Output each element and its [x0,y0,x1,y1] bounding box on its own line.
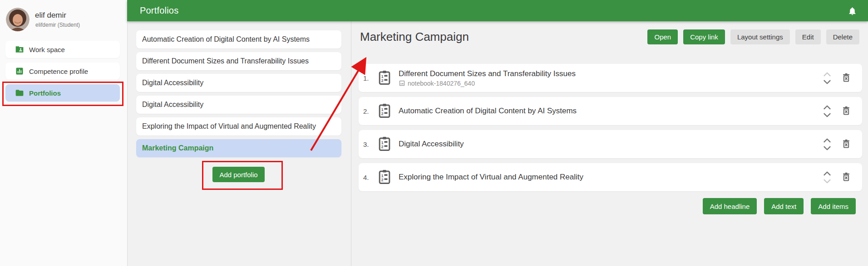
move-down-icon[interactable] [823,80,831,85]
top-bar: Portfolios [127,0,868,21]
user-role: elifdemir (Student) [35,22,80,28]
portfolio-detail: Marketing Campaign Open Copy link Layout… [351,21,868,266]
move-up-icon[interactable] [823,171,831,176]
app-window: elif demir elifdemir (Student) Work spac… [0,0,868,266]
portfolio-list-item[interactable]: Automatic Creation of Digital Content by… [136,30,341,48]
item-controls [823,72,862,85]
image-icon [399,80,405,87]
add-portfolio-button[interactable]: Add portfolio [212,167,265,182]
item-number: 3. [362,140,375,148]
bar-chart-icon [15,67,24,76]
page-title: Portfolios [140,5,178,16]
sidebar-item-portfolios[interactable]: Portfolios [5,84,120,102]
portfolio-list-item[interactable]: Digital Accessibility [136,96,341,114]
portfolio-list-item[interactable]: Digital Accessibility [136,74,341,92]
delete-item-icon[interactable] [841,172,851,183]
item-controls [823,105,862,118]
detail-item-row: 1. 12 Different Document Sizes and Trans… [359,64,862,92]
portfolio-list-item-label: Exploring the Impact of Virtual and Augm… [142,122,316,131]
notifications-bell-icon[interactable] [848,6,857,16]
detail-footer-actions: Add headline Add text Add items [703,198,856,214]
detail-items: 1. 12 Different Document Sizes and Trans… [359,64,862,196]
item-title: Digital Accessibility [399,140,464,149]
detail-header: Marketing Campaign Open Copy link Layout… [360,29,859,44]
svg-text:2: 2 [381,111,384,116]
portfolio-list-item-label: Marketing Campaign [142,144,213,152]
portfolio-list-item-label: Digital Accessibility [142,79,203,87]
clipboard-list-icon: 12 [378,71,391,85]
folder-icon [15,88,24,97]
sidebar: elif demir elifdemir (Student) Work spac… [0,0,128,266]
move-down-icon[interactable] [823,113,831,118]
portfolio-list: Automatic Creation of Digital Content by… [127,21,351,266]
item-number: 1. [362,74,375,82]
copy-link-button[interactable]: Copy link [683,29,725,44]
delete-item-icon[interactable] [841,139,851,150]
detail-actions: Open Copy link Layout settings Edit Dele… [647,29,859,44]
clipboard-list-icon: 12 [378,104,391,118]
item-attachment-label: notebook-1840276_640 [408,80,475,87]
detail-item-row: 2. 12 Automatic Creation of Digital Cont… [359,97,862,125]
sidebar-item-label: Competence profile [29,68,88,75]
user-profile: elif demir elifdemir (Student) [0,0,127,36]
portfolio-list-item-label: Digital Accessibility [142,101,203,109]
clipboard-list-icon: 12 [378,137,391,151]
folder-shared-icon [15,45,24,54]
sidebar-item-label: Portfolios [29,89,61,97]
detail-title: Marketing Campaign [360,30,469,44]
layout-settings-button[interactable]: Layout settings [730,29,790,44]
delete-item-icon[interactable] [841,106,851,116]
item-number: 4. [362,174,375,181]
portfolio-list-item-selected[interactable]: Marketing Campaign [136,139,341,157]
move-up-icon[interactable] [823,138,831,143]
add-text-button[interactable]: Add text [764,198,804,214]
clipboard-list-icon: 12 [378,170,391,184]
item-title: Different Document Sizes and Transferabi… [399,69,576,78]
edit-button[interactable]: Edit [795,29,821,44]
move-up-icon [823,72,831,77]
detail-item-row: 4. 12 Exploring the Impact of Virtual an… [359,163,862,191]
add-headline-button[interactable]: Add headline [703,198,757,214]
portfolio-list-item-label: Automatic Creation of Digital Content by… [142,35,310,44]
open-button[interactable]: Open [647,29,678,44]
item-controls [823,138,862,151]
portfolio-list-item[interactable]: Different Document Sizes and Transferabi… [136,52,341,70]
item-controls [823,171,862,184]
portfolio-list-item[interactable]: Exploring the Impact of Virtual and Augm… [136,117,341,135]
move-up-icon[interactable] [823,105,831,110]
move-down-icon[interactable] [823,146,831,151]
svg-text:2: 2 [381,178,384,182]
user-name: elif demir [35,11,66,20]
add-items-button[interactable]: Add items [811,198,856,214]
sidebar-item-competence-profile[interactable]: Competence profile [5,63,120,80]
delete-item-icon[interactable] [841,73,851,83]
sidebar-item-workspace[interactable]: Work space [5,41,120,58]
portfolio-list-item-label: Different Document Sizes and Transferabi… [142,57,309,65]
svg-text:2: 2 [381,145,384,149]
item-title: Automatic Creation of Digital Content by… [399,106,577,116]
move-down-icon [823,179,831,184]
item-number: 2. [362,107,375,115]
detail-item-row: 3. 12 Digital Accessibility [359,130,862,158]
item-title: Exploring the Impact of Virtual and Augm… [399,173,583,182]
item-attachment: notebook-1840276_640 [399,80,576,87]
avatar [6,8,30,31]
sidebar-item-label: Work space [29,46,65,53]
svg-text:2: 2 [381,78,384,83]
delete-button[interactable]: Delete [826,29,859,44]
